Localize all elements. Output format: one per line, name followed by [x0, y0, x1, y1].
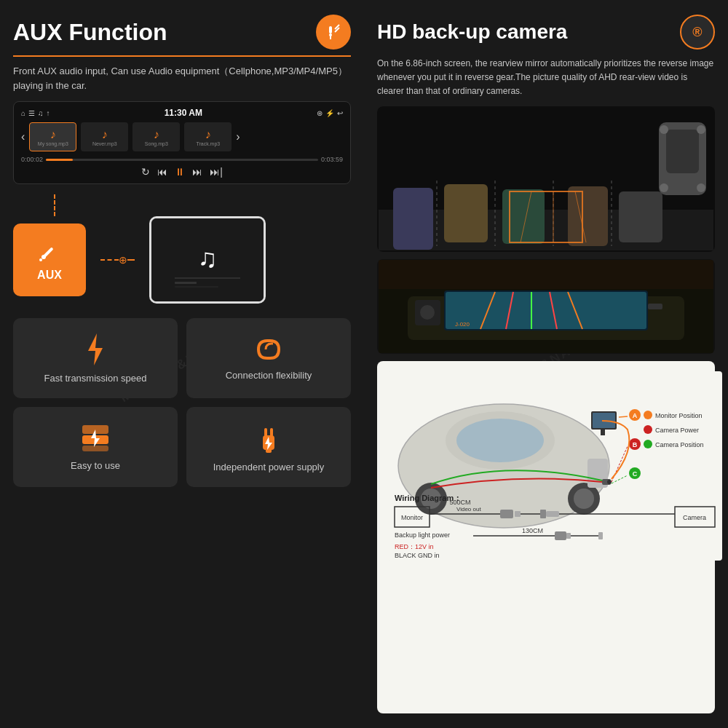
- left-panel: MEKEDE&NAVIFLY AUX Function Front AUX au…: [0, 0, 364, 728]
- bolt-icon: [81, 332, 110, 367]
- chain-icon: [251, 335, 286, 364]
- progress-bar-fill: [46, 159, 73, 161]
- play-pause-icon[interactable]: ⏸: [175, 166, 185, 178]
- parking-scene: [377, 106, 715, 252]
- bluetooth-icon: ⚡: [325, 109, 334, 117]
- svg-text:130CM: 130CM: [522, 527, 543, 534]
- svg-text:Monitor Position: Monitor Position: [655, 412, 703, 419]
- wiring-diagram: A B C Monitor Position Camera: [377, 361, 715, 713]
- svg-text:Camera Power: Camera Power: [655, 427, 699, 434]
- track-1: ♪ My song.mp3: [29, 122, 76, 151]
- next-track-btn[interactable]: ›: [236, 130, 240, 143]
- progress-end: 0:03:59: [321, 156, 343, 163]
- link-icon: ⊕: [119, 254, 127, 266]
- track-1-icon: ♪: [50, 128, 56, 141]
- feature-label-3: Easy to use: [71, 460, 120, 472]
- forward-icon[interactable]: ⏭: [192, 166, 202, 178]
- svg-rect-106: [566, 533, 571, 539]
- dashed-connector-h: ⊕: [100, 254, 135, 266]
- aux-diagram-row: AUX ⊕ ♫: [13, 216, 351, 304]
- track-3: ♪ Song.mp3: [132, 122, 180, 151]
- registered-icon-button: ®: [680, 15, 715, 50]
- aux-description: Front AUX audio input, Can use Audio equ…: [13, 64, 351, 92]
- radio-left-icons: ⌂ ☰ ♫ ↑: [21, 109, 50, 117]
- camera-mid-image: J-020: [377, 259, 715, 354]
- feature-card-3: Easy to use: [13, 407, 178, 487]
- settings-icon: ☰: [28, 109, 35, 117]
- svg-rect-12: [175, 286, 218, 288]
- skip-icon[interactable]: ⏭|: [210, 166, 223, 178]
- back-icon: ↩: [337, 109, 343, 117]
- phone-app-icon: ♫: [160, 223, 255, 296]
- svg-rect-16: [82, 446, 108, 451]
- track-4-label: Track.mp3: [196, 141, 220, 146]
- track-2-icon: ♪: [102, 128, 108, 141]
- camera-top-image: [377, 106, 715, 252]
- svg-rect-31: [502, 189, 545, 244]
- music-icon: ♫: [38, 109, 44, 117]
- svg-point-83: [644, 425, 652, 434]
- svg-rect-105: [555, 531, 566, 540]
- prev-track-btn[interactable]: ‹: [21, 130, 25, 143]
- stack-bolt-icon: [79, 422, 111, 454]
- track-4-icon: ♪: [205, 128, 211, 141]
- svg-text:Monitor: Monitor: [401, 514, 423, 521]
- svg-point-43: [697, 183, 705, 192]
- radio-top-bar: ⌂ ☰ ♫ ↑ 11:30 AM ⊛ ⚡ ↩: [21, 108, 343, 118]
- svg-text:J-020: J-020: [455, 321, 470, 328]
- svg-point-81: [644, 411, 652, 419]
- svg-marker-13: [88, 333, 103, 365]
- svg-rect-94: [515, 511, 521, 517]
- svg-point-74: [607, 480, 612, 484]
- svg-rect-20: [264, 428, 267, 437]
- radio-right-icons: ⊛ ⚡ ↩: [317, 109, 343, 117]
- right-page-title: HD back-up camera: [377, 20, 567, 44]
- svg-point-65: [574, 488, 594, 509]
- radio-controls: ↻ ⏮ ⏸ ⏭ ⏭|: [21, 166, 343, 178]
- svg-text:RED：12V in: RED：12V in: [395, 543, 434, 550]
- camera-description: On the 6.86-inch screen, the rearview mi…: [377, 57, 715, 99]
- svg-point-6: [41, 255, 46, 259]
- phone-mockup: ♫: [149, 216, 266, 304]
- track-1-label: My song.mp3: [38, 141, 68, 146]
- svg-text:BLACK GND in: BLACK GND in: [395, 552, 440, 559]
- rewind-icon[interactable]: ⏮: [157, 166, 167, 178]
- divider: [13, 55, 351, 57]
- page-title: AUX Function: [13, 19, 167, 46]
- aux-plug-icon: [36, 238, 63, 264]
- svg-rect-32: [568, 186, 608, 246]
- svg-text:Camera: Camera: [683, 514, 706, 521]
- dashed-line-vertical: [54, 194, 55, 216]
- dashed-line-h: [100, 259, 119, 261]
- svg-point-7: [39, 258, 42, 261]
- left-header: AUX Function: [13, 15, 351, 50]
- svg-text:500CM: 500CM: [449, 499, 470, 506]
- phone-icon: ↑: [47, 109, 50, 117]
- feature-card-2: Connection flexibility: [186, 318, 351, 398]
- repeat-icon[interactable]: ↻: [141, 166, 150, 178]
- svg-rect-96: [540, 510, 546, 518]
- svg-text:A: A: [633, 412, 638, 419]
- track-3-icon: ♪: [154, 128, 159, 141]
- svg-point-0: [329, 33, 332, 36]
- svg-rect-48: [446, 292, 646, 329]
- progress-bar-area: 0:00:02 0:03:59: [21, 156, 343, 163]
- svg-text:Camera Position: Camera Position: [655, 441, 704, 448]
- phone-button: [265, 240, 266, 255]
- feature-label-2: Connection flexibility: [226, 370, 312, 382]
- aux-label: AUX: [37, 269, 62, 282]
- aux-box: AUX: [13, 223, 86, 296]
- svg-text:Video out: Video out: [456, 506, 481, 513]
- right-header: HD back-up camera ®: [377, 15, 715, 50]
- phone-screen: ♫: [151, 218, 264, 301]
- svg-text:♫: ♫: [198, 243, 218, 273]
- parking-overhead-svg: [379, 108, 713, 250]
- aux-connector-icon: [325, 23, 342, 41]
- feature-card-4: Independent power supply: [186, 407, 351, 487]
- svg-rect-69: [601, 428, 605, 435]
- plug-icon: [253, 421, 285, 456]
- progress-start: 0:00:02: [21, 156, 43, 163]
- track-2-label: Never.mp3: [92, 141, 117, 146]
- progress-bar-bg: [46, 159, 318, 161]
- track-3-label: Song.mp3: [145, 141, 168, 146]
